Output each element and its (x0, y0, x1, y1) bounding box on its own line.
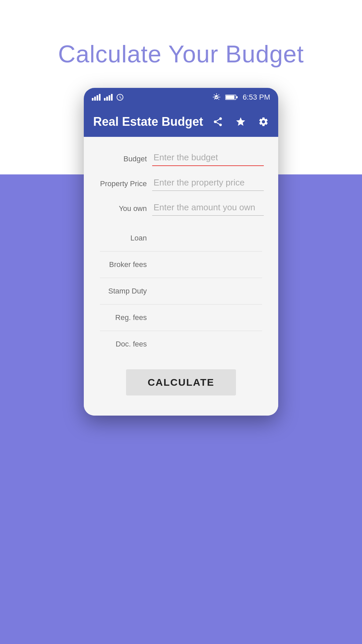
signal-bar-3 (97, 95, 98, 101)
status-time: 6:53 PM (243, 93, 270, 102)
page-title: Calculate Your Budget (0, 0, 362, 88)
signal-bars-right (104, 94, 113, 101)
signal-bar-5 (104, 98, 106, 101)
signal-bar-8 (111, 94, 113, 101)
you-own-row: You own (100, 200, 262, 216)
budget-input[interactable] (152, 150, 264, 166)
stamp-duty-label: Stamp Duty (100, 287, 147, 296)
doc-fees-row: Doc. fees (100, 331, 262, 357)
status-bar: 6:53 PM (84, 88, 278, 107)
stamp-duty-row: Stamp Duty (100, 278, 262, 305)
broker-fees-row: Broker fees (100, 252, 262, 278)
clock-icon (213, 93, 221, 101)
app-bar-icons (213, 116, 269, 127)
signal-bar-2 (94, 97, 96, 101)
budget-label: Budget (100, 155, 147, 166)
status-icons: 6:53 PM (213, 93, 270, 102)
status-left (92, 93, 124, 101)
svg-rect-2 (236, 96, 238, 98)
reg-fees-row: Reg. fees (100, 305, 262, 331)
broker-fees-label: Broker fees (100, 260, 147, 269)
calculate-button[interactable]: CALCULATE (126, 369, 236, 395)
phone-container: 6:53 PM Real Estate Budget Budget (84, 88, 278, 416)
form-area: Budget Property Price You own Loan Broke… (84, 137, 278, 416)
star-icon[interactable] (235, 116, 246, 127)
budget-row: Budget (100, 150, 262, 166)
you-own-label: You own (100, 204, 147, 216)
battery-icon (225, 94, 238, 101)
svg-rect-1 (226, 96, 235, 99)
reg-fees-label: Reg. fees (100, 313, 147, 322)
doc-fees-label: Doc. fees (100, 340, 147, 348)
signal-bar-1 (92, 98, 94, 101)
you-own-input[interactable] (152, 200, 264, 216)
property-price-label: Property Price (100, 179, 147, 191)
signal-bar-6 (106, 97, 108, 101)
signal-bars-left (92, 94, 101, 101)
property-price-row: Property Price (100, 175, 262, 191)
alarm-icon (116, 93, 124, 101)
signal-bar-4 (99, 94, 101, 101)
loan-row: Loan (100, 225, 262, 252)
share-icon[interactable] (213, 116, 223, 127)
app-bar-title: Real Estate Budget (93, 115, 213, 129)
gear-icon[interactable] (258, 116, 269, 127)
signal-bar-7 (109, 95, 110, 101)
loan-label: Loan (100, 234, 147, 243)
property-price-input[interactable] (152, 175, 264, 191)
app-bar: Real Estate Budget (84, 107, 278, 137)
